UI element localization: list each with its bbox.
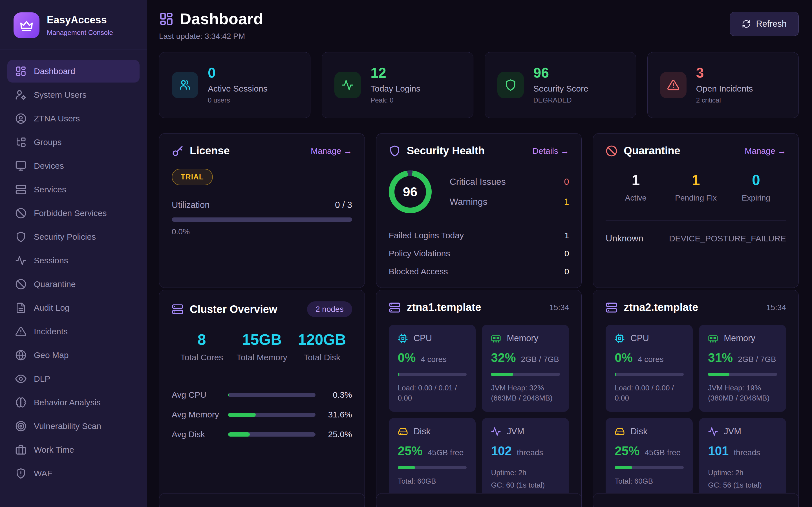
quarantine-detail-row: Unknown DEVICE_POSTURE_FAILURE [606, 233, 786, 244]
sidebar-item-system-users[interactable]: System Users [7, 83, 140, 106]
ban-icon [606, 145, 617, 157]
activity-icon [15, 255, 27, 266]
stat-label: Today Logins [370, 84, 420, 94]
row-overview: License Manage → TRIAL Utilization 0 / 3… [159, 133, 799, 275]
quarantine-stat: 1 Active [606, 173, 666, 203]
sidebar-item-geo-map[interactable]: Geo Map [7, 344, 140, 367]
sidebar-item-incidents[interactable]: Incidents [7, 320, 140, 343]
sidebar-item-work-time[interactable]: Work Time [7, 439, 140, 461]
sidebar-item-waf[interactable]: WAF [7, 462, 140, 485]
dashboard-icon [15, 66, 27, 77]
sidebar-item-label: Groups [34, 137, 61, 147]
quarantine-stat: 1 Pending Fix [666, 173, 726, 203]
stat-sub: 0 users [208, 96, 267, 104]
ban-icon [15, 279, 27, 290]
app-subtitle: Management Console [47, 29, 113, 37]
quarantine-stat: 0 Expiring [726, 173, 786, 203]
sidebar-item-quarantine[interactable]: Quarantine [7, 273, 140, 295]
alert-triangle-icon [15, 326, 27, 337]
sidebar-item-label: Forbidden Services [34, 209, 107, 218]
cluster-overview-card: Cluster Overview 2 nodes 8 Total Cores 1… [159, 290, 365, 507]
sidebar-item-label: Security Policies [34, 232, 96, 242]
security-details-link[interactable]: Details → [532, 146, 569, 156]
sidebar-item-label: Audit Log [34, 303, 70, 313]
sidebar-item-security-policies[interactable]: Security Policies [7, 226, 140, 248]
memory-subcard: Memory 32% 2GB / 7GB JVM Heap: 32% (663M… [482, 325, 569, 412]
node-name: ztna2.template [624, 301, 698, 314]
file-text-icon [15, 302, 27, 314]
stat-label: Active Sessions [208, 84, 267, 94]
app-logo [13, 12, 40, 38]
shield-icon [389, 145, 401, 157]
node-name: ztna1.template [407, 301, 481, 314]
security-score-ring: 96 [389, 170, 432, 213]
stat-label: Open Incidents [696, 84, 753, 94]
activity-icon [708, 427, 718, 437]
shield-icon [15, 231, 27, 242]
node-card-ztna2: ztna2.template 15:34 CPU 0% 4 cores [593, 290, 799, 507]
cpu-icon [615, 333, 625, 343]
sidebar-item-label: Dashboard [34, 66, 75, 76]
dashboard-icon [159, 11, 174, 26]
shield-icon [504, 79, 517, 91]
sidebar-item-forbidden-services[interactable]: Forbidden Services [7, 202, 140, 224]
cluster-total: 15GB Total Memory [232, 332, 292, 362]
card-title: Security Health [407, 145, 485, 157]
nodes-badge: 2 nodes [307, 301, 352, 317]
kv-row: Failed Logins Today 1 [389, 231, 569, 240]
refresh-button[interactable]: Refresh [730, 12, 799, 36]
row-next-clipped [159, 493, 799, 507]
stats-row: 0 Active Sessions 0 users 12 Today Login… [159, 52, 799, 118]
security-health-card: Security Health Details → 96 Critical Is… [376, 133, 582, 288]
sidebar-item-label: ZTNA Users [34, 114, 80, 123]
cluster-total: 8 Total Cores [172, 332, 232, 362]
alert-triangle-icon [667, 79, 679, 91]
sidebar-item-label: WAF [34, 469, 52, 478]
clipped-card [159, 493, 365, 507]
stat-value: 0 [208, 66, 267, 80]
jvm-subcard: JVM 102 threads Uptime: 2h GC: 60 (1s to… [482, 418, 569, 499]
sidebar-item-groups[interactable]: Groups [7, 131, 140, 154]
avg-disk-row: Avg Disk 25.0% [172, 430, 352, 439]
stat-card-active-sessions: 0 Active Sessions 0 users [159, 52, 310, 118]
quarantine-card: Quarantine Manage → 1 Active 1 Pending F… [593, 133, 799, 288]
sidebar-item-devices[interactable]: Devices [7, 155, 140, 177]
sidebar-item-sessions[interactable]: Sessions [7, 249, 140, 272]
page-title: Dashboard [180, 10, 263, 28]
node-time: 15:34 [766, 303, 786, 312]
divider [606, 221, 786, 221]
sidebar-item-label: Services [34, 185, 66, 194]
globe-icon [15, 349, 27, 361]
cpu-subcard: CPU 0% 4 cores Load: 0.00 / 0.01 / 0.00 [389, 325, 476, 412]
user-cog-icon [15, 89, 27, 101]
sidebar-item-audit-log[interactable]: Audit Log [7, 297, 140, 319]
brain-icon [15, 397, 27, 408]
memory-icon [491, 333, 501, 343]
sidebar: EasyAccess Management Console Dashboard … [0, 0, 147, 507]
license-manage-link[interactable]: Manage → [311, 146, 352, 156]
sidebar-item-label: Geo Map [34, 350, 68, 360]
sidebar-item-vulnerability-scan[interactable]: Vulnerability Scan [7, 415, 140, 438]
license-card: License Manage → TRIAL Utilization 0 / 3… [159, 133, 365, 288]
disk-subcard: Disk 25% 45GB free Total: 60GB [389, 418, 476, 499]
sidebar-item-behavior-analysis[interactable]: Behavior Analysis [7, 391, 140, 414]
quarantine-manage-link[interactable]: Manage → [745, 146, 786, 156]
page-header: Dashboard Last update: 3:34:42 PM Refres… [159, 10, 799, 41]
stat-value: 12 [370, 66, 420, 80]
sidebar-item-label: Incidents [34, 327, 68, 336]
sidebar-item-ztna-users[interactable]: ZTNA Users [7, 107, 140, 130]
hard-drive-icon [615, 427, 625, 437]
license-badge: TRIAL [172, 169, 213, 185]
sidebar-item-dashboard[interactable]: Dashboard [7, 60, 140, 82]
kv-row: Policy Violations 0 [389, 249, 569, 258]
server-icon [606, 302, 617, 314]
avg-cpu-row: Avg CPU 0.3% [172, 390, 352, 400]
sidebar-item-services[interactable]: Services [7, 178, 140, 201]
card-title: Cluster Overview [190, 303, 277, 316]
sidebar-item-dlp[interactable]: DLP [7, 368, 140, 390]
stat-sub: 2 critical [696, 96, 753, 104]
kv-row: Warnings 1 [450, 196, 569, 207]
sidebar-item-label: DLP [34, 374, 50, 384]
main-content: Dashboard Last update: 3:34:42 PM Refres… [147, 0, 812, 507]
avg-memory-row: Avg Memory 31.6% [172, 410, 352, 419]
